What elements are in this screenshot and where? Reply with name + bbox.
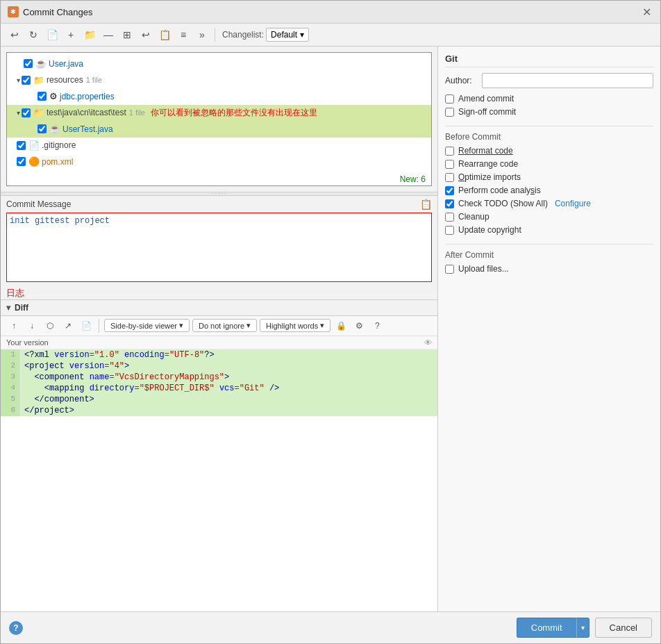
java-file-icon: ☕ — [35, 57, 47, 71]
file-row: 📄 .gitignore — [7, 138, 431, 154]
file-checkbox-resources[interactable] — [22, 76, 31, 85]
analysis-checkbox[interactable] — [445, 186, 454, 195]
code-line-1: 1 <?xml version="1.0" encoding="UTF-8"?> — [1, 349, 437, 361]
folder-icon: 📁 — [33, 74, 44, 88]
reformat-checkbox[interactable] — [445, 147, 454, 156]
copyright-checkbox[interactable] — [445, 226, 454, 235]
git-section-title: Git — [445, 53, 653, 67]
diff-lock-btn[interactable]: 🔒 — [333, 318, 349, 333]
diff-help-btn[interactable]: ? — [369, 318, 385, 333]
toolbar-back-btn[interactable]: ↩ — [6, 26, 23, 43]
file-checkbox-gitignore[interactable] — [17, 141, 26, 150]
before-commit-title: Before Commit — [445, 132, 653, 142]
line-num-6: 6 — [1, 405, 20, 416]
code-line-6: 6 </project> — [1, 405, 437, 416]
xml-file-icon: 🟠 — [28, 155, 40, 169]
code-text-1: <?xml version="1.0" encoding="UTF-8"?> — [20, 349, 219, 361]
changelist-label: Changelist: — [222, 30, 264, 40]
toolbar-minus-btn[interactable]: — — [100, 26, 117, 43]
file-name-pomxml: pom.xml — [42, 156, 73, 168]
cancel-button[interactable]: Cancel — [595, 618, 652, 638]
file-name-jdbc: jdbc.properties — [60, 90, 115, 103]
help-button[interactable]: ? — [9, 621, 23, 635]
upload-label: Upload files... — [458, 264, 509, 274]
commit-dropdown-button[interactable]: ▾ — [576, 618, 589, 638]
rearrange-checkbox[interactable] — [445, 160, 454, 169]
reformat-row: Reformat code — [445, 146, 653, 156]
upload-checkbox[interactable] — [445, 265, 454, 274]
file-name-userjava: User.java — [49, 58, 83, 70]
file-row-highlighted: ▾ 📁 test\java\cn\itcast\test 1 file 你可以看… — [7, 105, 431, 122]
commit-message-input[interactable]: init gittest project — [6, 213, 432, 282]
file-row: ☕ User.java — [7, 56, 431, 72]
rearrange-row: Rearrange code — [445, 159, 653, 169]
highlight-dropdown[interactable]: Highlight words ▾ — [260, 319, 330, 332]
ignore-dropdown[interactable]: Do not ignore ▾ — [192, 319, 257, 332]
folder-name-resources: resources — [47, 74, 83, 86]
amend-label: Amend commit — [458, 94, 514, 104]
right-panel: Git Author: Amend commit Sign-off commit… — [438, 47, 660, 611]
diff-toolbar: ↑ ↓ ⬡ ↗ 📄 Side-by-side viewer ▾ Do not i… — [1, 316, 437, 336]
diff-collapse-arrow[interactable]: ▾ — [6, 303, 10, 313]
collapse-resources-arrow[interactable]: ▾ — [17, 75, 20, 85]
file-row: ⚙ jdbc.properties — [7, 88, 431, 105]
toolbar-clipboard-btn[interactable]: 📋 — [156, 26, 173, 43]
diff-down-btn[interactable]: ↓ — [24, 318, 40, 333]
line-num-3: 3 — [1, 372, 20, 383]
file-checkbox-userjava[interactable] — [24, 59, 33, 68]
file-checkbox-pomxml[interactable] — [17, 157, 26, 166]
toolbar-add-btn[interactable]: + — [62, 26, 79, 43]
code-text-4: <mapping directory="$PROJECT_DIR$" vcs="… — [20, 383, 283, 394]
file-checkbox-jdbc[interactable] — [37, 92, 47, 101]
file-checkbox-usertest[interactable] — [37, 124, 47, 133]
author-input[interactable] — [482, 73, 653, 88]
toolbar-undo-btn[interactable]: ↩ — [137, 26, 154, 43]
diff-section: ▾ Diff ↑ ↓ ⬡ ↗ 📄 Side-by-side viewer ▾ D… — [1, 299, 437, 612]
file-name-gitignore: .gitignore — [42, 139, 76, 151]
toolbar-file-btn[interactable]: 📄 — [44, 26, 60, 43]
window-title: Commit Changes — [23, 7, 92, 17]
file-checkbox-test[interactable] — [22, 108, 31, 117]
eye-icon: 👁 — [424, 338, 432, 347]
toolbar-folder-btn[interactable]: 📁 — [81, 26, 98, 43]
commit-button[interactable]: Commit — [517, 618, 576, 638]
section-divider-2 — [445, 244, 653, 245]
signoff-checkbox[interactable] — [445, 108, 454, 117]
diff-copy-btn[interactable]: 📄 — [78, 318, 94, 333]
toolbar-menu-btn[interactable]: ≡ — [175, 26, 192, 43]
toolbar-more-btn[interactable]: » — [194, 26, 210, 43]
collapse-test-arrow[interactable]: ▾ — [17, 108, 20, 118]
viewer-dropdown[interactable]: Side-by-side viewer ▾ — [104, 319, 190, 332]
section-divider-1 — [445, 126, 653, 126]
diff-content: 1 <?xml version="1.0" encoding="UTF-8"?>… — [1, 349, 437, 612]
rearrange-label: Rearrange code — [458, 159, 518, 169]
analysis-label: Perform code analysis — [458, 185, 541, 195]
diff-title: Diff — [15, 303, 28, 313]
configure-link[interactable]: Configure — [555, 199, 591, 208]
app-icon: ✱ — [8, 6, 19, 17]
highlight-label: Highlight words — [266, 322, 318, 330]
code-text-2: <project version="4"> — [20, 361, 133, 372]
optimize-checkbox[interactable] — [445, 173, 454, 182]
changelist-dropdown[interactable]: Default ▾ — [266, 28, 309, 42]
close-button[interactable]: ✕ — [639, 5, 653, 19]
diff-prev-btn[interactable]: ⬡ — [42, 318, 58, 333]
reformat-label: Reformat code — [458, 146, 513, 156]
props-file-icon: ⚙ — [49, 90, 58, 104]
folder-name-test: test\java\cn\itcast\test — [47, 106, 126, 119]
title-bar: ✱ Commit Changes ✕ — [1, 1, 660, 24]
todo-checkbox[interactable] — [445, 199, 454, 208]
copyright-row: Update copyright — [445, 225, 653, 235]
toolbar-refresh-btn[interactable]: ↻ — [25, 26, 42, 43]
diff-next-btn[interactable]: ↗ — [60, 318, 76, 333]
optimize-label: Optimize imports — [458, 172, 521, 182]
amend-checkbox[interactable] — [445, 94, 454, 104]
diff-up-btn[interactable]: ↑ — [6, 318, 22, 333]
highlight-arrow-icon: ▾ — [320, 321, 324, 330]
toolbar-grid-btn[interactable]: ⊞ — [119, 26, 135, 43]
diff-settings-btn[interactable]: ⚙ — [351, 318, 367, 333]
copyright-label: Update copyright — [458, 225, 521, 235]
cleanup-checkbox[interactable] — [445, 213, 454, 222]
viewer-label: Side-by-side viewer — [110, 322, 177, 330]
clipboard-icon: 📋 — [420, 199, 432, 210]
